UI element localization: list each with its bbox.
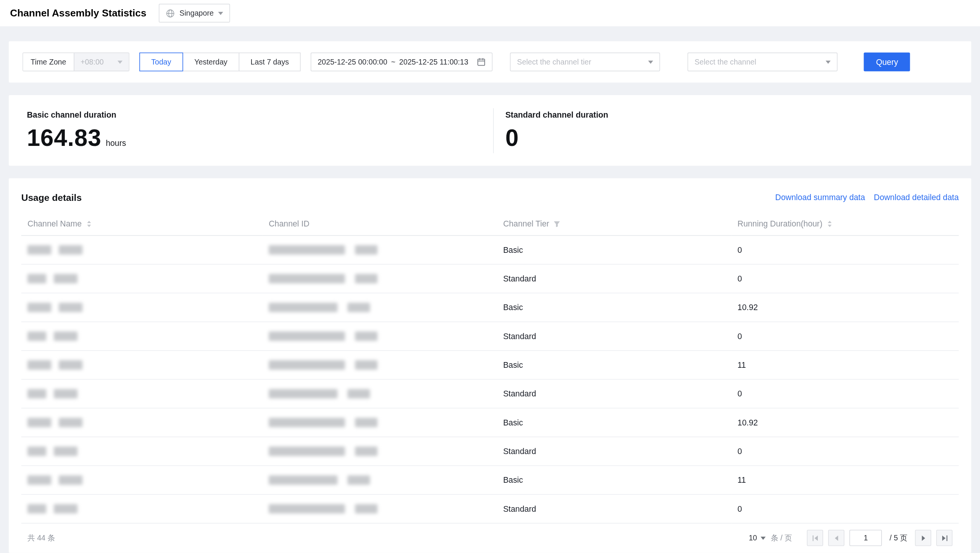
stat-label: Basic channel duration [27,110,493,119]
date-range-start: 2025-12-25 00:00:00 [318,58,387,66]
redacted-channel-id [355,504,377,514]
channel-name-cell [21,293,263,321]
channel-tier-value: Standard [497,437,731,465]
preset-yesterday-button[interactable]: Yesterday [182,53,239,71]
basic-duration-stat: Basic channel duration 164.83 hours [9,110,493,151]
redacted-channel-name [54,274,77,283]
sort-icon[interactable] [826,220,833,228]
table-row: Basic 10.92 [21,293,959,321]
timezone-value: +08:00 [81,58,104,66]
redacted-channel-id [269,245,345,255]
channel-name-cell [21,494,263,523]
download-links: Download summary data Download detailed … [775,192,959,202]
channel-select[interactable]: Select the channel [688,53,838,71]
column-header-channel-name: Channel Name [21,213,263,235]
channel-tier-value: Basic [497,465,731,494]
running-duration-value: 0 [731,235,959,264]
total-count: 共 44 条 [27,533,55,543]
first-page-button[interactable] [807,530,824,547]
redacted-channel-name [27,389,46,399]
column-label: Channel Name [27,219,82,229]
table-header-row: Channel Name Channel ID Chann [21,213,959,235]
running-duration-value: 0 [731,379,959,407]
redacted-channel-name [59,245,82,255]
date-range-end: 2025-12-25 11:00:13 [399,58,468,66]
download-detailed-link[interactable]: Download detailed data [874,192,959,202]
running-duration-value: 0 [731,322,959,350]
table-row: Standard 0 [21,379,959,407]
preset-today-button[interactable]: Today [139,53,183,71]
timezone-select[interactable]: +08:00 [74,53,129,71]
redacted-channel-id [348,389,370,399]
channel-name-cell [21,350,263,379]
filter-icon[interactable] [553,220,561,228]
filter-bar: Time Zone +08:00 Today Yesterday Last 7 … [9,41,971,82]
preset-last7days-button[interactable]: Last 7 days [239,53,301,71]
next-page-button[interactable] [915,530,932,547]
query-button[interactable]: Query [864,53,910,71]
column-header-running-duration: Running Duration(hour) [731,213,959,235]
region-select[interactable]: Singapore [159,4,230,23]
standard-duration-stat: Standard channel duration 0 [493,110,971,151]
redacted-channel-id [355,360,377,370]
channel-tier-value: Standard [497,322,731,350]
download-summary-link[interactable]: Download summary data [775,192,865,202]
date-preset-group: Today Yesterday Last 7 days [139,53,301,71]
redacted-channel-name [54,331,77,341]
redacted-channel-name [27,504,46,514]
channel-tier-value: Basic [497,293,731,321]
page-size-value: 10 [749,534,757,542]
redacted-channel-name [59,418,82,427]
channel-tier-select[interactable]: Select the channel tier [510,53,660,71]
page-size-suffix: 条 / 页 [771,533,792,543]
running-duration-value: 10.92 [731,408,959,437]
region-label: Singapore [179,9,214,18]
redacted-channel-id [348,475,370,485]
usage-table: Channel Name Channel ID Chann [21,213,959,523]
column-label: Channel ID [269,219,309,229]
sort-icon[interactable] [85,220,92,228]
stat-value: 0 [505,124,519,151]
channel-tier-placeholder: Select the channel tier [517,58,591,66]
scale-wrapper: Channel Assembly Statistics Singapore Ti… [0,0,980,553]
redacted-channel-name [27,475,51,485]
page-input[interactable] [849,530,882,547]
channel-name-cell [21,322,263,350]
date-range-picker[interactable]: 2025-12-25 00:00:00 ~ 2025-12-25 11:00:1… [311,53,493,71]
calendar-icon [477,58,486,66]
chevron-down-icon [826,60,831,63]
running-duration-value: 0 [731,437,959,465]
table-row: Basic 0 [21,235,959,264]
total-pages-label: / 5 页 [890,533,907,543]
table-row: Standard 0 [21,437,959,465]
date-range-separator: ~ [391,58,395,66]
table-row: Basic 10.92 [21,408,959,437]
last-page-button[interactable] [936,530,953,547]
redacted-channel-name [27,274,46,283]
stat-label: Standard channel duration [505,110,971,119]
table-row: Standard 0 [21,264,959,293]
channel-id-cell [263,293,497,321]
redacted-channel-id [269,446,345,456]
channel-name-cell [21,408,263,437]
channel-id-cell [263,494,497,523]
chevron-down-icon [761,537,766,540]
channel-name-cell [21,437,263,465]
redacted-channel-id [355,331,377,341]
previous-page-button[interactable] [828,530,845,547]
running-duration-value: 0 [731,264,959,293]
stat-value: 164.83 [27,124,101,151]
channel-tier-value: Standard [497,379,731,407]
page: Channel Assembly Statistics Singapore Ti… [0,0,980,553]
column-label: Running Duration(hour) [738,219,823,229]
channel-tier-value: Standard [497,494,731,523]
channel-id-cell [263,350,497,379]
usage-table-body: Basic 0 Standard 0 [21,235,959,523]
table-row: Standard 0 [21,494,959,523]
page-size-select[interactable]: 10 [749,534,766,542]
timezone-label: Time Zone [23,53,74,71]
running-duration-value: 10.92 [731,293,959,321]
redacted-channel-name [27,446,46,456]
table-footer: 共 44 条 10 条 / 页 / 5 页 [21,523,959,553]
channel-tier-value: Standard [497,264,731,293]
